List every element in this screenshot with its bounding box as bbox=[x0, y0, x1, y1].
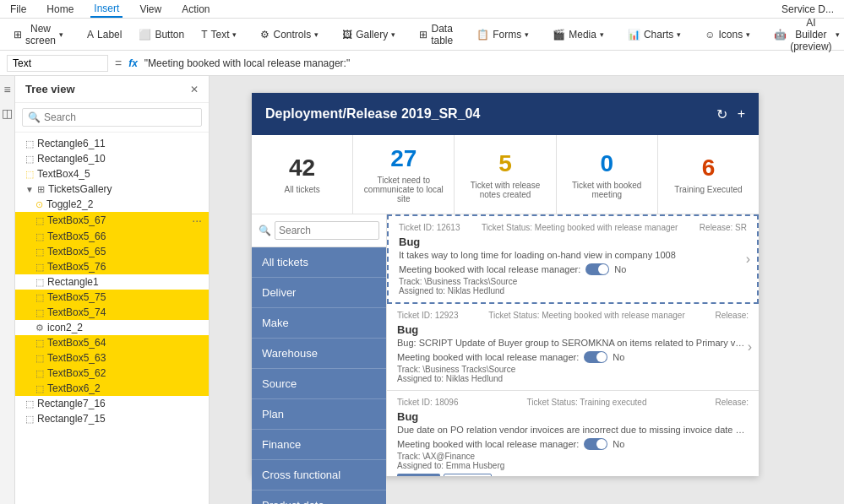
cat-product-data[interactable]: Product data bbox=[252, 490, 386, 504]
ai-builder-button[interactable]: 🤖 AI Builder (preview) ▾ bbox=[767, 14, 844, 56]
forms-icon: 📋 bbox=[476, 29, 489, 41]
text-icon: T bbox=[201, 29, 207, 41]
toggle-switch[interactable] bbox=[584, 438, 607, 450]
tree-item-textbox5-76[interactable]: ⬚ TextBox5_76 bbox=[15, 259, 209, 274]
search-input[interactable] bbox=[44, 111, 196, 123]
ticket-item-1[interactable]: Ticket ID: 12613 Ticket Status: Meeting … bbox=[387, 214, 759, 304]
cat-deliver[interactable]: Deliver bbox=[252, 278, 386, 308]
tree-item-textbox5-66[interactable]: ⬚ TextBox5_66 bbox=[15, 229, 209, 244]
toggle-label: Meeting booked with local release manage… bbox=[397, 439, 579, 449]
more-icon[interactable]: ··· bbox=[192, 214, 202, 227]
formula-input-name[interactable] bbox=[7, 55, 108, 72]
ticket-assigned: Assigned to: Niklas Hedlund bbox=[397, 374, 749, 383]
stat-communicate[interactable]: 27 Ticket need to communicate to local s… bbox=[353, 135, 455, 214]
menu-bar: File Home Insert View Action Service D..… bbox=[0, 0, 844, 19]
category-search-input[interactable] bbox=[275, 221, 379, 240]
ticket-item-2[interactable]: Ticket ID: 12923 Ticket Status: Meeting … bbox=[387, 304, 759, 391]
ticket-meta-1: Ticket ID: 12613 Ticket Status: Meeting … bbox=[399, 223, 747, 232]
cat-make[interactable]: Make bbox=[252, 308, 386, 339]
tree-item-rectangle7-16[interactable]: ⬚ Rectangle7_16 bbox=[15, 396, 209, 411]
ticket-release: Release: bbox=[716, 311, 749, 320]
tree-item-rectangle6-11[interactable]: ⬚ Rectangle6_11 bbox=[15, 136, 209, 151]
textbox-icon: ⬚ bbox=[35, 292, 44, 303]
stat-label: Training Executed bbox=[674, 185, 742, 194]
add-icon[interactable]: + bbox=[738, 106, 745, 122]
toggle-label: Meeting booked with local release manage… bbox=[399, 264, 580, 274]
charts-button[interactable]: 📊 Charts ▾ bbox=[621, 25, 688, 44]
forms-button[interactable]: 📋 Forms ▾ bbox=[470, 25, 536, 44]
tree-item-textbox6-2[interactable]: ⬚ TextBox6_2 bbox=[15, 381, 209, 396]
textbox-icon: ⬚ bbox=[35, 353, 44, 364]
tree-item-textbox5-75[interactable]: ⬚ TextBox5_75 bbox=[15, 290, 209, 305]
stat-all-tickets[interactable]: 42 All tickets bbox=[252, 135, 353, 214]
gallery-button[interactable]: 🖼 Gallery ▾ bbox=[335, 25, 402, 44]
formula-equals: = bbox=[115, 57, 122, 70]
tree-item-textbox4-5[interactable]: ⬚ TextBox4_5 bbox=[15, 166, 209, 182]
menu-action[interactable]: Action bbox=[178, 2, 213, 17]
tree-item-textbox5-67[interactable]: ⬚ TextBox5_67 ··· bbox=[15, 212, 209, 229]
stat-label: Ticket with booked meeting bbox=[564, 181, 651, 199]
bottom-buttons: Butto n relea se bbox=[397, 474, 749, 476]
ticket-release: Release: bbox=[716, 398, 749, 407]
icon-icon: ⚙ bbox=[35, 322, 44, 333]
new-screen-caret-icon: ▾ bbox=[59, 30, 63, 39]
category-search: 🔍 bbox=[252, 214, 386, 247]
chevron-right-icon: › bbox=[746, 252, 750, 267]
toggle-value: No bbox=[613, 439, 624, 449]
text-button[interactable]: T Text ▾ bbox=[194, 25, 243, 44]
tree-item-textbox5-65[interactable]: ⬚ TextBox5_65 bbox=[15, 244, 209, 259]
stat-release-notes[interactable]: 5 Ticket with release notes created bbox=[455, 135, 556, 214]
menu-view[interactable]: View bbox=[136, 2, 165, 17]
toggle-switch[interactable] bbox=[584, 351, 607, 363]
cat-source[interactable]: Source bbox=[252, 369, 386, 399]
layers-icon[interactable]: ◫ bbox=[2, 106, 13, 120]
cat-finance[interactable]: Finance bbox=[252, 430, 386, 460]
tree-item-textbox5-62[interactable]: ⬚ TextBox5_62 bbox=[15, 366, 209, 381]
tree-icon[interactable]: ≡ bbox=[3, 83, 10, 96]
textbox-icon: ⬚ bbox=[35, 383, 44, 394]
menu-home[interactable]: Home bbox=[43, 2, 77, 17]
label-button[interactable]: A Label bbox=[80, 25, 128, 44]
cat-cross-functional[interactable]: Cross functional bbox=[252, 460, 386, 490]
gallery-icon: 🖼 bbox=[342, 29, 352, 41]
action-button-1[interactable]: Butto n bbox=[397, 474, 440, 476]
tree-item-rectangle7-15[interactable]: ⬚ Rectangle7_15 bbox=[15, 411, 209, 426]
new-screen-icon: ⊞ bbox=[14, 29, 22, 41]
cat-warehouse[interactable]: Warehouse bbox=[252, 339, 386, 369]
button-button[interactable]: ⬜ Button bbox=[132, 25, 191, 44]
action-button-2[interactable]: relea se bbox=[444, 474, 492, 476]
menu-file[interactable]: File bbox=[7, 2, 30, 17]
tree-item-rectangle1[interactable]: ⬚ Rectangle1 bbox=[15, 274, 209, 290]
ticket-item-3[interactable]: Ticket ID: 18096 Ticket Status: Training… bbox=[387, 391, 759, 476]
button-icon: ⬜ bbox=[139, 29, 151, 41]
icons-button[interactable]: ☺ Icons ▾ bbox=[698, 25, 757, 44]
ai-builder-icon: 🤖 bbox=[774, 29, 787, 41]
tree-item-toggle2-2[interactable]: ⊙ Toggle2_2 bbox=[15, 197, 209, 212]
ticket-id: Ticket ID: 12923 bbox=[397, 311, 458, 320]
menu-insert[interactable]: Insert bbox=[90, 1, 123, 18]
refresh-icon[interactable]: ↻ bbox=[716, 106, 727, 122]
cat-all-tickets[interactable]: All tickets bbox=[252, 247, 386, 278]
search-icon: 🔍 bbox=[28, 111, 41, 123]
cat-plan[interactable]: Plan bbox=[252, 399, 386, 430]
media-caret-icon: ▾ bbox=[600, 30, 604, 39]
toggle-switch[interactable] bbox=[585, 263, 609, 275]
tree-item-textbox5-74[interactable]: ⬚ TextBox5_74 bbox=[15, 305, 209, 320]
media-button[interactable]: 🎬 Media ▾ bbox=[546, 25, 611, 44]
close-icon[interactable]: ✕ bbox=[190, 84, 199, 95]
new-screen-button[interactable]: ⊞ New screen ▾ bbox=[7, 19, 70, 50]
stat-booked-meeting[interactable]: 0 Ticket with booked meeting bbox=[557, 135, 658, 214]
tree-item-textbox5-64[interactable]: ⬚ TextBox5_64 bbox=[15, 335, 209, 350]
controls-button[interactable]: ⚙ Controls ▾ bbox=[253, 25, 325, 44]
textbox-icon: ⬚ bbox=[25, 169, 34, 180]
tree-item-textbox5-63[interactable]: ⬚ TextBox5_63 bbox=[15, 350, 209, 366]
data-table-button[interactable]: ⊞ Data table bbox=[412, 19, 460, 50]
tree-item-icon2-2[interactable]: ⚙ icon2_2 bbox=[15, 320, 209, 335]
tree-item-ticketsgallery[interactable]: ▼ ⊞ TicketsGallery bbox=[15, 182, 209, 197]
ticket-assigned: Assigned to: Emma Husberg bbox=[397, 461, 749, 470]
tree-item-label: TextBox5_63 bbox=[47, 352, 202, 364]
tree-item-label: Rectangle6_11 bbox=[37, 138, 202, 149]
stat-training[interactable]: 6 Training Executed bbox=[658, 135, 759, 214]
tree-item-rectangle6-10[interactable]: ⬚ Rectangle6_10 bbox=[15, 151, 209, 166]
formula-fx-icon: fx bbox=[128, 57, 138, 69]
